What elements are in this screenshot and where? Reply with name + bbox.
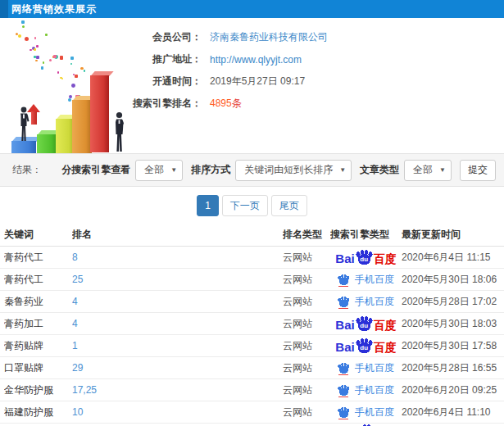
- page-button-current[interactable]: 1: [197, 195, 219, 216]
- member-company-link[interactable]: 济南秦鲁药业科技有限公司: [210, 30, 328, 44]
- page-title: 网络营销效果展示: [11, 2, 97, 16]
- keyword-cell: 金华防护服: [4, 383, 72, 397]
- mobile-baidu-logo: 手机百度: [338, 406, 394, 419]
- pagination: 1 下一页 尾页: [0, 195, 504, 216]
- mobile-baidu-text: 手机百度: [355, 295, 394, 309]
- baidu-logo-cn-text: 百度: [374, 342, 397, 353]
- table-header-row: 关键词 排名 排名类型 搜索引擎类型 最新更新时间: [0, 223, 504, 247]
- baidu-logo-bai-text: Bai: [335, 341, 354, 353]
- table-row: 膏药代工 25 云网站 手机百度 2020年5月30日 18:06: [0, 269, 504, 291]
- chevron-down-icon: ▼: [439, 166, 446, 174]
- mobile-baidu-paw-icon: [338, 407, 350, 418]
- mobile-baidu-paw-icon: [338, 274, 350, 285]
- rank-cell[interactable]: 4: [72, 296, 283, 307]
- result-label: 结果：: [12, 163, 42, 177]
- keyword-cell: 秦鲁药业: [4, 295, 72, 309]
- businessman-right-figure: [111, 111, 126, 154]
- keyword-cell: 膏药贴牌: [4, 339, 72, 353]
- rank-cell[interactable]: 25: [72, 274, 283, 285]
- updated-time-cell: 2020年5月28日 16:55: [402, 361, 504, 375]
- keyword-cell: 膏药代工: [4, 273, 72, 287]
- promo-url-row: 推广地址： http://www.qlyyjt.com: [79, 48, 423, 70]
- header-rank: 排名: [72, 228, 283, 242]
- search-engine-cell: Baidu百度: [330, 316, 402, 331]
- search-engine-cell: 手机百度: [330, 406, 402, 419]
- mobile-baidu-paw-icon: [338, 297, 350, 307]
- search-engine-cell: Baidu百度: [330, 338, 402, 353]
- mobile-baidu-text: 手机百度: [355, 273, 394, 287]
- opened-time-row: 开通时间： 2019年5月27日 09:17: [79, 70, 423, 93]
- baidu-paw-icon: du: [356, 338, 373, 353]
- baidu-logo-bai-text: Bai: [335, 252, 354, 265]
- keyword-cell: 膏药代工: [4, 251, 72, 265]
- updated-time-cell: 2020年5月28日 17:02: [402, 295, 504, 309]
- mobile-baidu-logo: 手机百度: [338, 361, 394, 375]
- rank-cell[interactable]: 10: [72, 406, 283, 418]
- submit-button[interactable]: 提交: [460, 160, 496, 181]
- mobile-baidu-logo: 手机百度: [338, 273, 394, 287]
- keyword-cell: 膏药加工: [4, 317, 72, 331]
- next-page-button[interactable]: 下一页: [222, 195, 268, 216]
- engine-rank-unit: 条: [232, 97, 242, 109]
- search-engine-cell: 手机百度: [330, 295, 402, 309]
- updated-time-cell: 2020年5月30日 17:58: [402, 339, 504, 353]
- opened-time-value: 2019年5月27日 09:17: [210, 75, 305, 88]
- rank-cell[interactable]: 29: [72, 362, 283, 374]
- sort-mode-select[interactable]: 关键词由短到长排序 ▼: [235, 160, 352, 181]
- article-type-select[interactable]: 全部 ▼: [404, 160, 452, 181]
- search-engine-cell: 手机百度: [330, 383, 402, 397]
- rank-cell[interactable]: 17,25: [72, 384, 283, 396]
- rank-cell[interactable]: 4: [72, 318, 283, 329]
- search-engine-cell: Baidu百度: [330, 250, 402, 265]
- baidu-logo-du-text: du: [356, 256, 373, 263]
- rank-type-cell: 云网站: [283, 295, 330, 309]
- rank-type-cell: 云网站: [283, 406, 330, 419]
- promo-url-label: 推广地址：: [79, 52, 202, 66]
- updated-time-cell: 2020年6月20日 09:25: [402, 383, 504, 397]
- search-engine-cell: 手机百度: [330, 273, 402, 287]
- rank-type-cell: 云网站: [283, 383, 330, 397]
- promo-url-link[interactable]: http://www.qlyyjt.com: [210, 54, 302, 66]
- engine-rank-row: 搜索引擎排名： 4895条: [79, 93, 423, 115]
- rank-cell[interactable]: 8: [72, 252, 283, 263]
- updated-time-cell: 2020年6月4日 11:15: [402, 251, 504, 265]
- chevron-down-icon: ▼: [170, 166, 177, 174]
- baidu-paw-icon: du: [356, 250, 373, 265]
- header-updated: 最新更新时间: [402, 228, 504, 242]
- engine-rank-value: 4895条: [210, 97, 242, 111]
- updated-time-cell: 2020年5月30日 18:06: [402, 273, 504, 287]
- keyword-cell: 口罩贴牌: [4, 361, 72, 375]
- table-row: 口罩贴牌 29 云网站 手机百度 2020年5月28日 16:55: [0, 357, 504, 379]
- sort-mode-selected: 关键词由短到长排序: [244, 163, 333, 177]
- engine-view-selected: 全部: [144, 163, 164, 177]
- mobile-baidu-logo: 手机百度: [338, 383, 394, 397]
- rank-type-cell: 云网站: [283, 251, 330, 265]
- member-company-row: 会员公司： 济南秦鲁药业科技有限公司: [79, 26, 423, 48]
- chevron-down-icon: ▼: [339, 166, 346, 174]
- page: 网络营销效果展示 会员公司： 济南: [0, 0, 504, 426]
- keyword-cell: 福建防护服: [4, 406, 72, 419]
- mobile-baidu-paw-icon: [338, 385, 350, 396]
- article-type-selected: 全部: [413, 163, 433, 177]
- engine-rank-count: 4895: [210, 97, 232, 109]
- mobile-baidu-text: 手机百度: [355, 406, 394, 419]
- baidu-logo-du-text: du: [356, 345, 373, 351]
- rank-cell[interactable]: 1: [72, 340, 283, 351]
- mobile-baidu-logo: 手机百度: [338, 295, 394, 309]
- filter-bar: 结果： 分搜索引擎查看 全部 ▼ 排序方式 关键词由短到长排序 ▼ 文章类型 全…: [0, 153, 504, 187]
- baidu-logo: Baidu百度: [335, 338, 396, 353]
- sort-mode-label: 排序方式: [191, 163, 230, 177]
- mobile-baidu-paw-icon: [338, 363, 350, 374]
- header-engine-type: 搜索引擎类型: [330, 228, 402, 242]
- rank-type-cell: 云网站: [283, 339, 330, 353]
- table-row: 秦鲁药业 4 云网站 手机百度 2020年5月28日 17:02: [0, 291, 504, 313]
- last-page-button[interactable]: 尾页: [271, 195, 307, 216]
- table-row: 膏药加工 4 云网站 Baidu百度 2020年5月30日 18:03: [0, 313, 504, 335]
- engine-view-select[interactable]: 全部 ▼: [135, 160, 183, 181]
- baidu-logo: Baidu百度: [335, 250, 396, 265]
- baidu-paw-icon: du: [356, 316, 373, 331]
- ranking-table: 关键词 排名 排名类型 搜索引擎类型 最新更新时间 膏药代工 8 云网站 Bai…: [0, 223, 504, 424]
- rank-type-cell: 云网站: [283, 273, 330, 287]
- rank-type-cell: 云网站: [283, 317, 330, 331]
- table-row: 金华防护服 17,25 云网站 手机百度 2020年6月20日 09:25: [0, 379, 504, 401]
